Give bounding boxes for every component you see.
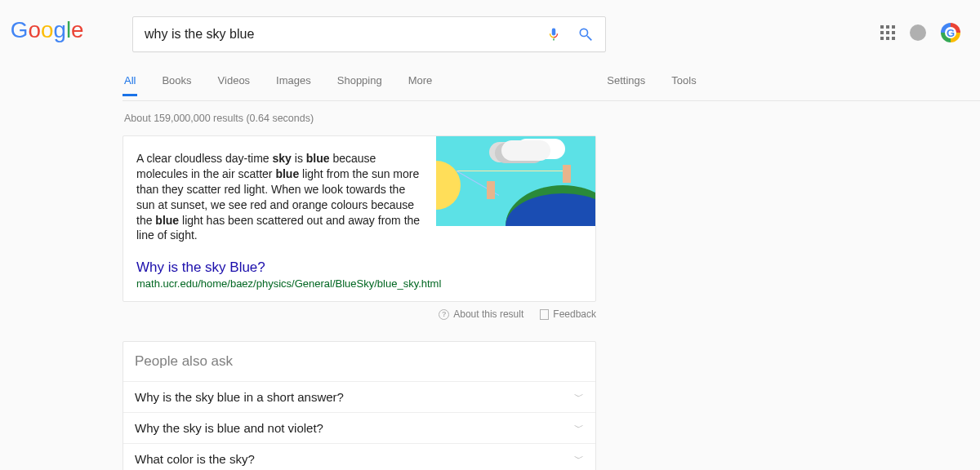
snippet-footer: ?About this result Feedback <box>122 308 596 320</box>
snippet-bold: blue <box>155 214 179 227</box>
chevron-down-icon: ﹀ <box>574 421 584 435</box>
notifications-icon[interactable] <box>910 24 926 41</box>
paa-title: People also ask <box>123 342 595 382</box>
snippet-title-link[interactable]: Why is the sky Blue? <box>136 259 265 275</box>
paa-question: What color is the sky? <box>135 452 255 466</box>
snippet-part: A clear cloudless day-time <box>136 152 273 165</box>
snippet-url: math.ucr.edu/home/baez/physics/General/B… <box>136 277 582 290</box>
snippet-text: A clear cloudless day-time sky is blue b… <box>136 151 426 243</box>
search-icons <box>546 25 594 43</box>
tab-more[interactable]: More <box>407 74 434 96</box>
tabs-row: All Books Videos Images Shopping More Se… <box>122 70 980 101</box>
google-logo[interactable]: Google <box>10 15 108 50</box>
tabs-left: All Books Videos Images Shopping More <box>122 74 434 96</box>
tab-all[interactable]: All <box>122 74 137 96</box>
search-bar[interactable] <box>132 16 606 52</box>
tab-shopping[interactable]: Shopping <box>336 74 384 96</box>
snippet-bold: blue <box>275 167 299 180</box>
paa-item[interactable]: Why is the sky blue in a short answer? ﹀ <box>123 382 595 413</box>
featured-snippet: A clear cloudless day-time sky is blue b… <box>122 135 596 302</box>
tab-tools[interactable]: Tools <box>670 74 697 96</box>
feedback-icon <box>540 309 549 320</box>
header-right <box>880 23 960 42</box>
apps-icon[interactable] <box>880 25 895 40</box>
tab-videos[interactable]: Videos <box>216 74 252 96</box>
svg-text:Google: Google <box>11 16 84 42</box>
paa-question: Why the sky is blue and not violet? <box>135 421 323 435</box>
search-input[interactable] <box>145 27 546 42</box>
chevron-down-icon: ﹀ <box>574 390 584 404</box>
snippet-body: A clear cloudless day-time sky is blue b… <box>136 151 582 243</box>
tabs-right: Settings Tools <box>605 74 697 96</box>
search-icon[interactable] <box>577 26 594 42</box>
tab-settings[interactable]: Settings <box>605 74 647 96</box>
snippet-part: is <box>292 152 306 165</box>
snippet-image[interactable] <box>436 136 595 226</box>
tab-images[interactable]: Images <box>274 74 313 96</box>
paa-question: Why is the sky blue in a short answer? <box>135 390 344 404</box>
paa-item[interactable]: Why the sky is blue and not violet? ﹀ <box>123 413 595 444</box>
about-result-link[interactable]: ?About this result <box>439 308 523 320</box>
snippet-feedback-link[interactable]: Feedback <box>540 308 596 320</box>
mic-icon[interactable] <box>546 25 561 43</box>
header: Google All Books Videos Images Shopping … <box>0 0 980 101</box>
people-also-ask: People also ask Why is the sky blue in a… <box>122 341 596 470</box>
result-stats: About 159,000,000 results (0.64 seconds) <box>122 101 596 135</box>
feedback-label: Feedback <box>553 308 596 320</box>
snippet-bold: sky <box>273 152 292 165</box>
main-content: About 159,000,000 results (0.64 seconds)… <box>122 101 596 470</box>
tab-books[interactable]: Books <box>160 74 193 96</box>
snippet-link: Why is the sky Blue? math.ucr.edu/home/b… <box>136 259 582 290</box>
about-result-label: About this result <box>453 308 523 320</box>
top-row: Google <box>0 16 980 52</box>
paa-item[interactable]: What color is the sky? ﹀ <box>123 444 595 470</box>
chevron-down-icon: ﹀ <box>574 452 584 466</box>
snippet-bold: blue <box>306 152 330 165</box>
snippet-part: light has been scattered out and away fr… <box>136 214 420 242</box>
question-icon: ? <box>439 309 449 320</box>
account-avatar[interactable] <box>941 23 960 42</box>
